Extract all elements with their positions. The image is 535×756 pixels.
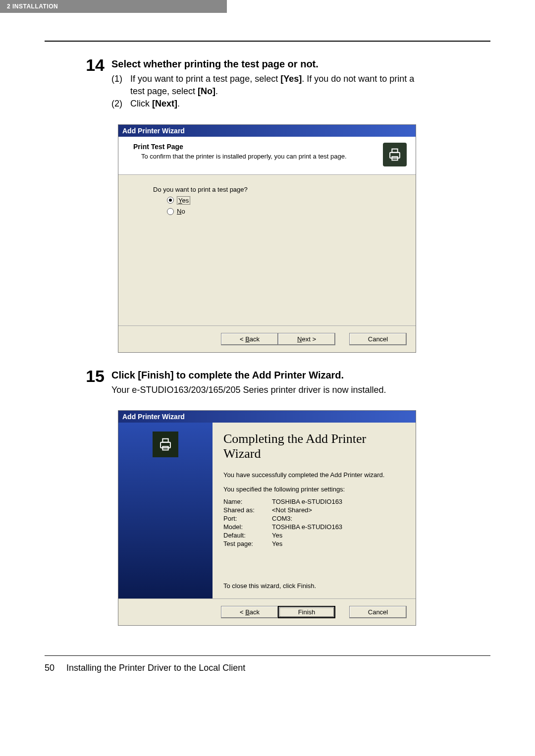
text: < xyxy=(240,608,245,616)
step-body-text: Your e-STUDIO163/203/165/205 Series prin… xyxy=(111,384,421,396)
wizard-button-row: < Back Finish Cancel xyxy=(118,598,416,625)
wizard-button-row: < Back Next > Cancel xyxy=(118,325,416,352)
radio-no[interactable]: No xyxy=(167,208,399,216)
chapter-header: 2 INSTALLATION xyxy=(0,0,227,13)
setting-model: Model:TOSHIBA e-STUDIO163 xyxy=(223,523,405,531)
text: ext > xyxy=(302,335,316,343)
wizard-close-msg: To close this wizard, click Finish. xyxy=(223,582,405,590)
key: Port: xyxy=(223,515,272,522)
printer-settings-summary: Name:TOSHIBA e-STUDIO163 Shared as:<Not … xyxy=(223,498,405,547)
text: < xyxy=(240,335,245,343)
wizard-header-title: Print Test Page xyxy=(133,143,347,151)
cancel-button[interactable]: Cancel xyxy=(349,333,407,345)
wizard-titlebar: Add Printer Wizard xyxy=(118,411,416,423)
svg-rect-4 xyxy=(162,438,168,442)
setting-shared: Shared as:<Not Shared> xyxy=(223,506,405,514)
mnemonic: B xyxy=(245,608,250,616)
key: Model: xyxy=(223,523,272,531)
list-index: (2) xyxy=(111,98,126,110)
wizard-question: Do you want to print a test page? xyxy=(153,186,399,193)
wizard-completing: Add Printer Wizard Completing the Add Pr… xyxy=(118,410,416,626)
page-footer: 50 Installing the Printer Driver to the … xyxy=(45,663,490,673)
top-rule xyxy=(45,41,490,42)
key: Shared as: xyxy=(223,506,272,514)
bold-text: [Yes] xyxy=(280,74,302,84)
back-button[interactable]: < Back xyxy=(221,333,278,345)
radio-yes[interactable]: Yes xyxy=(167,196,399,205)
key: Default: xyxy=(223,532,272,539)
step14-line2: (2) Click [Next]. xyxy=(111,98,421,110)
wizard-msg: You specified the following printer sett… xyxy=(223,486,405,493)
footer-text: Installing the Printer Driver to the Loc… xyxy=(66,663,245,673)
radio-empty-icon xyxy=(167,208,174,215)
setting-name: Name:TOSHIBA e-STUDIO163 xyxy=(223,498,405,505)
radio-label: No xyxy=(177,208,185,216)
value: <Not Shared> xyxy=(272,506,312,514)
next-button[interactable]: Next > xyxy=(278,333,335,345)
step-number: 14 xyxy=(82,56,105,73)
value: TOSHIBA e-STUDIO163 xyxy=(272,523,342,531)
wizard-titlebar: Add Printer Wizard xyxy=(118,125,416,137)
key: Test page: xyxy=(223,540,272,547)
mnemonic: N xyxy=(177,208,181,215)
printer-icon xyxy=(153,432,178,457)
text: . xyxy=(177,99,180,108)
step-title: Select whether printing the test page or… xyxy=(111,58,421,70)
wizard-completing-title: Completing the Add Printer Wizard xyxy=(223,432,405,461)
wizard-print-test-page: Add Printer Wizard Print Test Page To co… xyxy=(118,124,416,353)
setting-default: Default:Yes xyxy=(223,532,405,539)
value: TOSHIBA e-STUDIO163 xyxy=(272,498,342,505)
text: If you want to print a test page, select xyxy=(130,74,280,84)
back-button[interactable]: < Back xyxy=(221,606,278,618)
wizard-header: Print Test Page To confirm that the prin… xyxy=(118,137,416,175)
step-title: Click [Finish] to complete the Add Print… xyxy=(111,370,421,381)
step-number: 15 xyxy=(82,368,105,384)
text: . xyxy=(215,86,218,96)
wizard-msg: You have successfully completed the Add … xyxy=(223,471,405,479)
radio-label: Yes xyxy=(177,196,190,205)
setting-port: Port:COM3: xyxy=(223,515,405,522)
mnemonic: N xyxy=(297,335,302,343)
key: Name: xyxy=(223,498,272,505)
mnemonic: B xyxy=(245,335,250,343)
text: es xyxy=(182,197,189,204)
bold-text: [Next] xyxy=(152,99,177,108)
list-index: (1) xyxy=(111,73,126,98)
text: ack xyxy=(250,335,260,343)
wizard-side-panel xyxy=(118,423,213,598)
svg-rect-0 xyxy=(390,152,400,158)
setting-testpage: Test page:Yes xyxy=(223,540,405,547)
text: ack xyxy=(250,608,260,616)
wizard-header-subtitle: To confirm that the printer is installed… xyxy=(133,153,347,160)
step-15: 15 Click [Finish] to complete the Add Pr… xyxy=(82,368,421,397)
step14-line1: (1) If you want to print a test page, se… xyxy=(111,73,421,98)
wizard-right-pane: Completing the Add Printer Wizard You ha… xyxy=(213,423,416,598)
text: o xyxy=(181,208,185,215)
cancel-button[interactable]: Cancel xyxy=(349,606,407,618)
radio-dot-icon xyxy=(167,197,174,204)
printer-icon xyxy=(383,143,407,166)
bold-text: [No] xyxy=(198,86,215,96)
svg-rect-1 xyxy=(392,149,397,152)
finish-button[interactable]: Finish xyxy=(278,606,335,618)
wizard-body: Do you want to print a test page? Yes No xyxy=(118,175,416,325)
step-14: 14 Select whether printing the test page… xyxy=(82,56,421,111)
text: Click xyxy=(130,99,152,108)
value: COM3: xyxy=(272,515,292,522)
list-text: Click [Next]. xyxy=(130,98,421,110)
page-number: 50 xyxy=(45,663,54,673)
list-text: If you want to print a test page, select… xyxy=(130,73,421,98)
value: Yes xyxy=(272,532,282,539)
footer-rule xyxy=(45,655,490,656)
svg-rect-3 xyxy=(160,442,170,448)
value: Yes xyxy=(272,540,282,547)
